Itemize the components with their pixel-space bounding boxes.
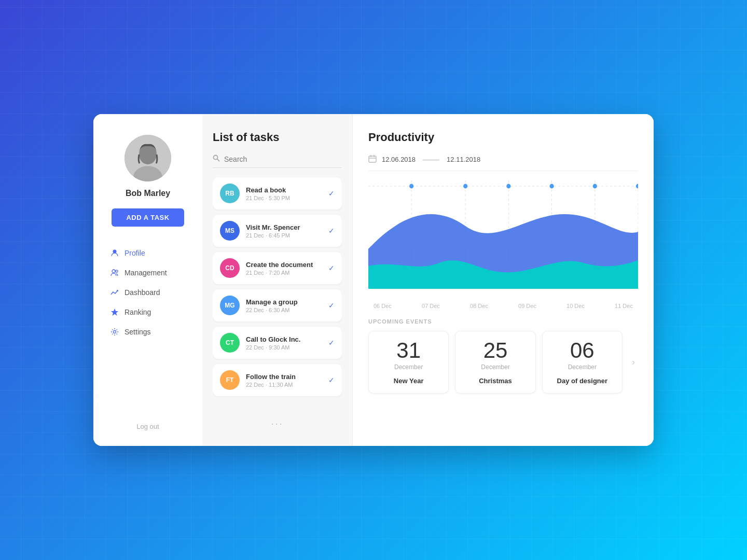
date-to: 12.11.2018 bbox=[447, 156, 480, 163]
task-title-rb: Read a book bbox=[246, 186, 322, 194]
event-name-designer: Day of designer bbox=[557, 377, 608, 385]
svg-rect-10 bbox=[369, 156, 376, 162]
sidebar-item-dashboard[interactable]: Dashboard bbox=[104, 283, 192, 302]
task-avatar-mg: MG bbox=[220, 296, 240, 315]
person-icon bbox=[110, 248, 119, 258]
check-icon-mg[interactable]: ✓ bbox=[328, 301, 335, 310]
check-icon-ct[interactable]: ✓ bbox=[328, 339, 335, 347]
nav-menu: Profile Management bbox=[104, 243, 192, 423]
task-avatar-ct: CT bbox=[220, 333, 240, 353]
task-info-ms: Visit Mr. Spencer 21 Dec · 6:45 PM bbox=[246, 223, 322, 239]
sidebar-item-management[interactable]: Management bbox=[104, 263, 192, 283]
task-card-ft: FT Follow the train 22 Dec · 11:30 AM ✓ bbox=[213, 364, 342, 396]
task-card-rb: RB Read a book 21 Dec · 5:30 PM ✓ bbox=[213, 177, 342, 209]
event-month-designer: December bbox=[568, 363, 597, 371]
sidebar: Bob Marley ADD A TASK Profile bbox=[93, 114, 202, 446]
check-icon-ft[interactable]: ✓ bbox=[328, 376, 335, 384]
productivity-panel: Productivity 12.06.2018 —— 12.11.2018 bbox=[353, 114, 654, 446]
sidebar-label-dashboard: Dashboard bbox=[125, 288, 160, 297]
svg-point-5 bbox=[116, 270, 118, 272]
event-month-new-year: December bbox=[394, 363, 423, 371]
task-card-ms: MS Visit Mr. Spencer 21 Dec · 6:45 PM ✓ bbox=[213, 215, 342, 247]
task-title-ct: Call to Glock Inc. bbox=[246, 335, 322, 343]
chart-label-0: 06 Dec bbox=[374, 303, 392, 309]
task-info-cd: Create the document 21 Dec · 7:20 AM bbox=[246, 261, 322, 276]
chart-icon bbox=[110, 288, 119, 297]
task-time-ms: 21 Dec · 6:45 PM bbox=[246, 232, 322, 239]
task-list-title: List of tasks bbox=[213, 131, 342, 144]
search-input[interactable] bbox=[224, 155, 342, 163]
add-task-button[interactable]: ADD A TASK bbox=[112, 208, 184, 227]
sidebar-item-ranking[interactable]: Ranking bbox=[104, 302, 192, 322]
logout-button[interactable]: Log out bbox=[136, 423, 159, 430]
task-time-ft: 22 Dec · 11:30 AM bbox=[246, 382, 322, 388]
task-info-mg: Manage a group 22 Dec · 6:30 AM bbox=[246, 298, 322, 313]
svg-marker-6 bbox=[111, 309, 118, 316]
task-title-ms: Visit Mr. Spencer bbox=[246, 223, 322, 231]
productivity-title: Productivity bbox=[368, 131, 638, 144]
task-title-ft: Follow the train bbox=[246, 373, 322, 381]
chart-label-4: 10 Dec bbox=[566, 303, 585, 309]
task-list-panel: List of tasks RB Read a book 21 Dec · 5:… bbox=[202, 114, 353, 446]
task-card-mg: MG Manage a group 22 Dec · 6:30 AM ✓ bbox=[213, 289, 342, 321]
task-avatar-rb: RB bbox=[220, 184, 240, 203]
svg-point-24 bbox=[549, 184, 554, 189]
date-from: 12.06.2018 bbox=[382, 156, 416, 163]
upcoming-events-title: UPCOMING EVENTS bbox=[368, 318, 638, 325]
event-card-new-year: 31 December New Year bbox=[368, 331, 449, 394]
search-bar bbox=[213, 155, 342, 168]
event-date-new-year: 31 bbox=[396, 340, 421, 361]
search-icon bbox=[213, 155, 220, 163]
event-month-christmas: December bbox=[481, 363, 509, 371]
task-info-ft: Follow the train 22 Dec · 11:30 AM bbox=[246, 373, 322, 388]
event-name-christmas: Christmas bbox=[479, 377, 512, 385]
task-title-mg: Manage a group bbox=[246, 298, 322, 306]
svg-point-26 bbox=[636, 184, 638, 189]
sidebar-label-management: Management bbox=[125, 269, 167, 277]
chart-label-1: 07 Dec bbox=[422, 303, 440, 309]
event-date-christmas: 25 bbox=[483, 340, 508, 361]
svg-point-25 bbox=[593, 184, 597, 189]
users-icon bbox=[110, 268, 119, 277]
svg-point-22 bbox=[463, 184, 467, 189]
task-time-cd: 21 Dec · 7:20 AM bbox=[246, 270, 322, 276]
date-separator: —— bbox=[423, 155, 439, 164]
event-card-christmas: 25 December Christmas bbox=[455, 331, 535, 394]
star-icon bbox=[110, 307, 119, 317]
svg-line-9 bbox=[217, 159, 219, 161]
task-avatar-cd: CD bbox=[220, 258, 240, 278]
check-icon-rb[interactable]: ✓ bbox=[328, 189, 335, 198]
check-icon-cd[interactable]: ✓ bbox=[328, 264, 335, 272]
svg-point-21 bbox=[409, 184, 413, 189]
task-time-rb: 21 Dec · 5:30 PM bbox=[246, 195, 322, 201]
task-info-rb: Read a book 21 Dec · 5:30 PM bbox=[246, 186, 322, 201]
chart-label-3: 09 Dec bbox=[518, 303, 536, 309]
svg-point-1 bbox=[139, 145, 157, 164]
task-card-ct: CT Call to Glock Inc. 22 Dec · 9:30 AM ✓ bbox=[213, 327, 342, 359]
task-items: RB Read a book 21 Dec · 5:30 PM ✓ MS Vis… bbox=[213, 177, 342, 414]
sidebar-label-settings: Settings bbox=[125, 328, 151, 336]
svg-point-4 bbox=[112, 270, 115, 273]
svg-point-8 bbox=[214, 156, 218, 160]
task-avatar-ms: MS bbox=[220, 221, 240, 241]
task-info-ct: Call to Glock Inc. 22 Dec · 9:30 AM bbox=[246, 335, 322, 351]
sidebar-item-profile[interactable]: Profile bbox=[104, 243, 192, 263]
event-card-designer: 06 December Day of designer bbox=[542, 331, 622, 394]
task-time-ct: 22 Dec · 9:30 AM bbox=[246, 344, 322, 351]
svg-point-23 bbox=[506, 184, 510, 189]
task-title-cd: Create the document bbox=[246, 261, 322, 269]
event-name-new-year: New Year bbox=[394, 377, 424, 385]
event-date-designer: 06 bbox=[570, 340, 594, 361]
app-container: Bob Marley ADD A TASK Profile bbox=[93, 114, 654, 446]
check-icon-ms[interactable]: ✓ bbox=[328, 227, 335, 235]
svg-point-7 bbox=[114, 331, 116, 333]
sidebar-item-settings[interactable]: Settings bbox=[104, 322, 192, 342]
user-name: Bob Marley bbox=[126, 189, 170, 198]
chart-label-5: 11 Dec bbox=[615, 303, 633, 309]
events-next-button[interactable]: › bbox=[629, 354, 638, 371]
sidebar-label-profile: Profile bbox=[125, 249, 145, 257]
sidebar-label-ranking: Ranking bbox=[125, 308, 151, 316]
more-dots[interactable]: ··· bbox=[213, 418, 342, 429]
avatar bbox=[125, 135, 171, 181]
task-card-cd: CD Create the document 21 Dec · 7:20 AM … bbox=[213, 252, 342, 284]
